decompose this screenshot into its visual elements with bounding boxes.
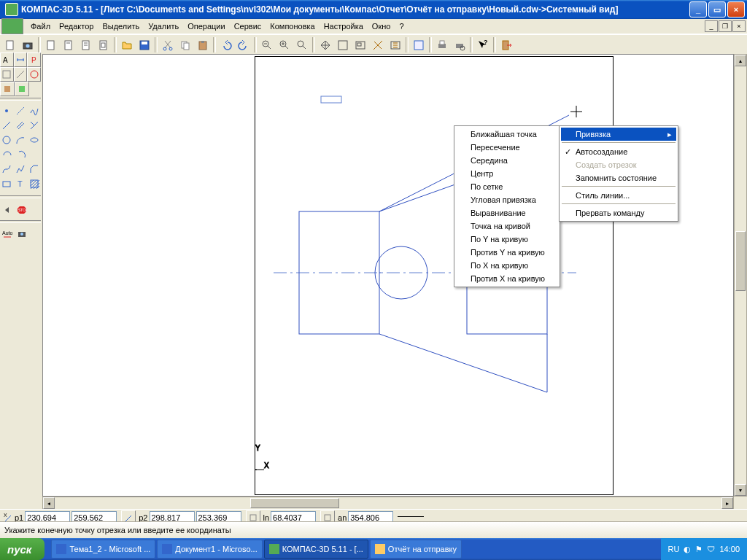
save-button[interactable] [136,36,153,54]
clock[interactable]: 14:00 [719,545,740,553]
mode-p-button[interactable]: P [27,52,41,67]
menu-service[interactable]: Сервис [230,20,266,32]
task-folder[interactable]: Отчёт на отправку [370,540,462,559]
new-doc1-button[interactable] [42,36,60,54]
snap-nearest[interactable]: Ближайшая точка [456,128,558,141]
stop-button[interactable]: STOP [15,203,29,217]
scroll-left-button[interactable]: ◂ [43,497,55,509]
menu-file[interactable]: Файл [26,20,55,32]
line-tool[interactable] [0,118,14,133]
menu-help[interactable]: ? [395,20,408,32]
vertical-scrollbar[interactable]: ▴ ▾ [734,54,747,497]
menu-select[interactable]: Выделить [98,20,144,32]
snap-angle[interactable]: Угловая привязка [456,193,558,206]
camera-button[interactable] [19,36,36,54]
snap-grid[interactable]: По сетке [456,180,558,193]
ctx-autocreate[interactable]: Автосоздание [561,145,676,158]
refresh-button[interactable] [369,36,387,54]
snap-y-against[interactable]: Против Y на кривую [456,246,558,259]
maximize-button[interactable]: ▭ [708,1,726,18]
menu-delete[interactable]: Удалить [144,20,183,32]
spline-tool[interactable] [27,104,41,118]
snap-mid[interactable]: Середина [456,154,558,167]
scroll-v-thumb[interactable] [735,231,746,291]
ctx-remember-state[interactable]: Запомнить состояние [561,171,676,184]
menu-settings[interactable]: Настройка [320,20,368,32]
snap-y-on[interactable]: По Y на кривую [456,233,558,246]
mode-dim-button[interactable] [14,52,28,67]
new-doc2-button[interactable] [60,36,77,54]
hatch-tool[interactable] [27,176,41,191]
extra1-button[interactable] [0,82,15,96]
snap-x-against[interactable]: Против X на кривую [456,272,558,285]
extra2-button[interactable] [15,82,29,96]
new-sheet-button[interactable] [1,36,19,54]
auto-button[interactable]: Auto [0,226,15,241]
point-tool[interactable] [0,104,14,118]
snap-x-on[interactable]: По X на кривую [456,259,558,272]
redo-button[interactable] [235,36,252,54]
menu-layout[interactable]: Компоновка [266,20,319,32]
aux-line-tool[interactable] [14,104,28,118]
arc2-tool[interactable] [0,147,15,162]
ctx-abort[interactable]: Прервать команду [561,206,676,219]
camera2-button[interactable] [15,226,29,241]
menu-operations[interactable]: Операции [183,20,229,32]
cut-button[interactable] [159,36,177,54]
copy-button[interactable] [177,36,194,54]
mdi-restore[interactable]: ❐ [719,20,732,32]
ctx-line-style[interactable]: Стиль линии... [561,189,676,202]
parallel-tool[interactable] [14,118,28,133]
snap-center[interactable]: Центр [456,167,558,180]
new-doc4-button[interactable] [95,36,112,54]
task-word1[interactable]: Тема1_2 - Microsoft ... [51,540,155,559]
tree-button[interactable] [410,36,427,54]
menu-window[interactable]: Окно [368,20,395,32]
redraw-button[interactable] [387,36,404,54]
ctx-snap[interactable]: Привязка [561,128,676,141]
scroll-down-button[interactable]: ▾ [735,484,746,496]
start-button[interactable]: пуск [0,538,44,560]
mode-measure-button[interactable] [14,67,28,82]
scroll-up-button[interactable]: ▴ [735,55,746,66]
tray-icon2[interactable]: ⚑ [695,545,703,554]
snap-align[interactable]: Выравнивание [456,206,558,219]
back-button[interactable] [0,203,15,217]
paste-button[interactable] [194,36,212,54]
zoom-area-button[interactable] [293,36,311,54]
task-word2[interactable]: Документ1 - Microso... [157,540,262,559]
new-doc3-button[interactable] [77,36,95,54]
preview-button[interactable] [451,36,468,54]
perp-tool[interactable] [27,118,41,133]
task-kompas[interactable]: КОМПАС-3D 5.11 - [... [264,540,368,559]
rect-tool[interactable] [0,176,14,191]
scroll-right-button[interactable]: ▸ [721,497,733,509]
mdi-close[interactable]: × [732,20,746,32]
arc3-tool[interactable] [15,147,29,162]
zoom-prev-button[interactable] [352,36,369,54]
chamfer-tool[interactable] [27,162,41,176]
bezier-tool[interactable] [0,162,14,176]
circle-tool[interactable] [0,133,14,147]
open-button[interactable] [118,36,136,54]
undo-button[interactable] [217,36,235,54]
polyline-tool[interactable] [14,162,28,176]
mode-a-button[interactable]: А [0,52,14,67]
mdi-minimize[interactable]: _ [705,20,718,32]
pan-button[interactable] [317,36,334,54]
drawing-canvas[interactable]: Y X [42,54,734,497]
minimize-button[interactable]: _ [689,1,707,18]
tray-icon3[interactable]: 🛡 [707,545,715,553]
snap-oncurve[interactable]: Точка на кривой [456,219,558,233]
scroll-h-thumb[interactable] [250,498,339,508]
print-button[interactable] [433,36,451,54]
zoom-fit-button[interactable] [334,36,352,54]
arc-tool[interactable] [14,133,28,147]
mode-edit-button[interactable] [0,67,14,82]
text-tool[interactable]: T [14,176,28,191]
snap-intersect[interactable]: Пересечение [456,141,558,154]
exit-button[interactable] [498,36,515,54]
horizontal-scrollbar[interactable]: ◂ ▸ [42,497,734,510]
zoom-in-button[interactable] [276,36,293,54]
system-tray[interactable]: RU ◐ ⚑ 🛡 14:00 [661,538,747,560]
